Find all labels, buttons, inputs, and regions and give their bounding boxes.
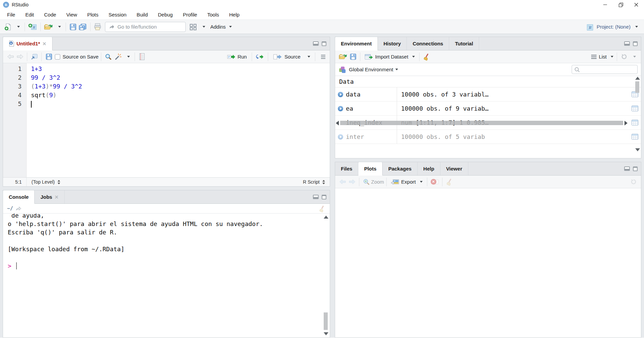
console-scrollbar[interactable]: [323, 216, 328, 335]
scroll-down-icon[interactable]: [635, 148, 640, 151]
menu-profile[interactable]: Profile: [178, 9, 202, 20]
code-editor[interactable]: 12345 1+399 / 3^2(1+3)*99 / 3^2sqrt(9): [3, 63, 330, 177]
code-line[interactable]: [31, 100, 330, 108]
window-restore-button[interactable]: [613, 0, 629, 9]
goto-directory-icon[interactable]: [15, 206, 22, 211]
open-file-button[interactable]: [43, 22, 54, 32]
scroll-thumb[interactable]: [324, 312, 328, 330]
code-tools-dropdown[interactable]: [123, 51, 132, 62]
refresh-plot-button[interactable]: [629, 177, 638, 187]
tab-tutorial[interactable]: Tutorial: [449, 37, 479, 50]
maximize-pane-icon[interactable]: [322, 195, 326, 199]
env-row-ea[interactable]: ea100000 obs. of 9 variab…: [335, 102, 641, 116]
source-button[interactable]: Source: [271, 51, 303, 62]
environment-vscrollbar[interactable]: [635, 77, 640, 151]
project-selector[interactable]: R Project: (None): [586, 23, 641, 31]
next-plot-button[interactable]: [347, 177, 357, 187]
clear-all-plots-button[interactable]: [445, 177, 454, 187]
console-prompt-line[interactable]: >: [8, 262, 320, 270]
remove-plot-button[interactable]: ✕: [430, 177, 440, 187]
menu-help[interactable]: Help: [224, 9, 245, 20]
expand-icon[interactable]: [338, 134, 343, 140]
menu-edit[interactable]: Edit: [20, 9, 39, 20]
panes-dropdown[interactable]: [198, 22, 208, 32]
env-row-inter[interactable]: inter100000 obs. of 5 variab: [335, 130, 641, 144]
scroll-thumb[interactable]: [340, 121, 623, 125]
code-line[interactable]: 99 / 3^2: [31, 73, 330, 82]
tab-connections[interactable]: Connections: [407, 37, 449, 50]
rerun-button[interactable]: [254, 51, 265, 62]
print-button[interactable]: [93, 22, 102, 32]
addins-button[interactable]: Addins: [208, 22, 235, 32]
scroll-left-icon[interactable]: [336, 121, 339, 125]
code-line[interactable]: (1+3)*99 / 3^2: [31, 82, 330, 91]
zoom-plot-button[interactable]: [362, 177, 371, 187]
tab-history[interactable]: History: [378, 37, 407, 50]
code-line[interactable]: 1+3: [31, 65, 330, 73]
import-dataset-button[interactable]: Import Dataset: [363, 51, 417, 62]
load-workspace-button[interactable]: [338, 51, 348, 62]
tab-environment[interactable]: Environment: [335, 37, 378, 50]
back-button[interactable]: [6, 51, 15, 62]
minimize-pane-icon[interactable]: [313, 41, 319, 46]
scope-selector[interactable]: (Top Level): [27, 178, 65, 186]
goto-file-input[interactable]: [117, 24, 175, 30]
environment-search-input[interactable]: [582, 67, 632, 72]
maximize-pane-icon[interactable]: [633, 166, 638, 171]
tab-packages[interactable]: Packages: [383, 162, 418, 175]
menu-file[interactable]: File: [2, 9, 20, 20]
save-source-button[interactable]: [44, 51, 53, 62]
menu-debug[interactable]: Debug: [153, 9, 178, 20]
file-type-selector[interactable]: R Script: [298, 178, 330, 186]
env-row-data[interactable]: data10000 obs. of 3 variabl…: [335, 87, 641, 102]
close-icon[interactable]: ✕: [42, 41, 46, 46]
save-workspace-button[interactable]: [348, 51, 358, 62]
close-icon[interactable]: ✕: [55, 194, 59, 200]
minimize-pane-icon[interactable]: [624, 41, 630, 46]
clear-environment-button[interactable]: [422, 51, 431, 62]
new-file-button[interactable]: [3, 22, 13, 32]
tab-jobs[interactable]: Jobs ✕: [35, 190, 65, 203]
scroll-up-icon[interactable]: [635, 77, 640, 80]
maximize-pane-icon[interactable]: [633, 41, 638, 46]
popout-window-button[interactable]: [30, 51, 39, 62]
refresh-dropdown[interactable]: [629, 51, 638, 62]
code-tools-button[interactable]: [113, 51, 123, 62]
previous-plot-button[interactable]: [338, 177, 347, 187]
new-project-button[interactable]: R: [27, 22, 38, 32]
window-close-button[interactable]: [629, 0, 644, 9]
save-button[interactable]: [68, 22, 78, 32]
goto-file-search[interactable]: [105, 22, 186, 32]
console-body[interactable]: de ayuda,o 'help.start()' para abrir el …: [3, 214, 330, 337]
run-button[interactable]: Run: [224, 51, 250, 62]
new-file-dropdown[interactable]: [13, 22, 22, 32]
export-plot-button[interactable]: Export: [389, 177, 424, 187]
document-outline-button[interactable]: [318, 51, 327, 62]
scroll-down-icon[interactable]: [324, 332, 328, 335]
source-dropdown[interactable]: [303, 51, 313, 62]
tab-plots[interactable]: Plots: [358, 162, 383, 176]
menu-tools[interactable]: Tools: [202, 9, 224, 20]
tab-viewer[interactable]: Viewer: [440, 162, 468, 175]
tab-files[interactable]: Files: [335, 162, 358, 175]
menu-build[interactable]: Build: [132, 9, 153, 20]
clear-console-icon[interactable]: [319, 205, 326, 212]
tab-console[interactable]: Console: [3, 190, 35, 204]
workspace-panes-button[interactable]: [188, 22, 198, 32]
tab-help[interactable]: Help: [418, 162, 440, 175]
open-file-dropdown[interactable]: [54, 22, 63, 32]
tab-untitled1[interactable]: R Untitled1* ✕: [3, 37, 52, 50]
menu-code[interactable]: Code: [39, 9, 61, 20]
code-line[interactable]: sqrt(9): [31, 91, 330, 100]
find-replace-button[interactable]: [104, 51, 113, 62]
expand-icon[interactable]: [338, 106, 343, 111]
maximize-pane-icon[interactable]: [322, 41, 326, 46]
minimize-pane-icon[interactable]: [624, 166, 630, 171]
editor-lines[interactable]: 1+399 / 3^2(1+3)*99 / 3^2sqrt(9): [27, 63, 330, 177]
scroll-right-icon[interactable]: [624, 121, 628, 125]
menu-plots[interactable]: Plots: [82, 9, 103, 20]
scroll-thumb[interactable]: [635, 81, 639, 93]
source-on-save-checkbox[interactable]: [55, 54, 60, 60]
environment-search[interactable]: [572, 65, 638, 74]
refresh-button[interactable]: [619, 51, 629, 62]
